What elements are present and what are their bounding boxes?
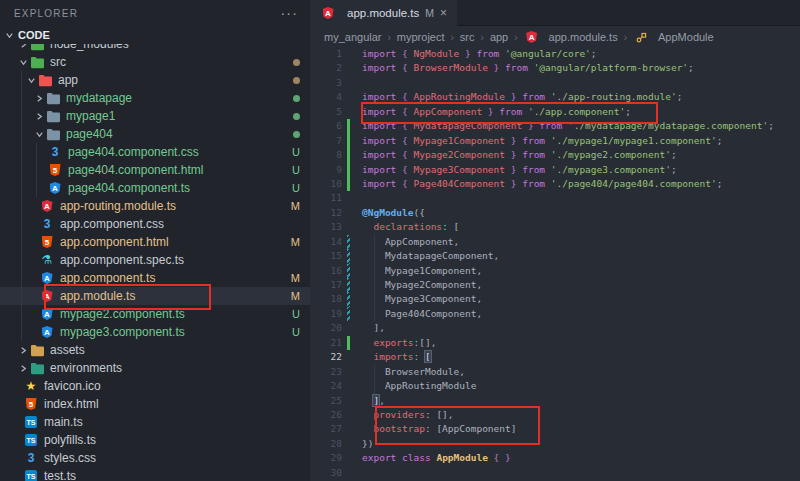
tree-item-page404-component-css[interactable]: 3page404.component.cssU <box>0 143 310 161</box>
tab-app-module-ts[interactable]: A app.module.ts M × <box>310 0 457 26</box>
breadcrumb-label: app.module.ts <box>549 31 618 43</box>
code-line[interactable]: 15 MydatapageComponent, <box>310 249 800 263</box>
chevron-down-icon[interactable] <box>3 29 15 41</box>
code-line-text: ], <box>350 321 385 335</box>
tree-item-assets[interactable]: assets <box>0 341 310 359</box>
tree-item-page404-component-ts[interactable]: Apage404.component.tsU <box>0 179 310 197</box>
code-line[interactable]: 11 <box>310 191 800 205</box>
code-line[interactable]: 8import { Mypage2Component } from './myp… <box>310 148 800 162</box>
typescript-icon: TS <box>23 433 39 447</box>
code-line[interactable]: 19 Page404Component, <box>310 307 800 321</box>
tab-bar: A app.module.ts M × <box>310 0 800 26</box>
breadcrumb-item-appmodule[interactable]: AppModule <box>633 30 714 44</box>
line-number: 7 <box>310 134 342 148</box>
code-line[interactable]: 2import { BrowserModule } from '@angular… <box>310 61 800 75</box>
angular-icon: A <box>39 325 55 339</box>
breadcrumb-item-app-module-ts[interactable]: Aapp.module.ts <box>524 30 618 44</box>
tree-item-test-ts[interactable]: TStest.ts <box>0 467 310 481</box>
git-status-badge: M <box>291 233 300 251</box>
tree-item-app[interactable]: app <box>0 71 310 89</box>
code-line-text: BrowserModule, <box>350 365 465 379</box>
code-line[interactable]: 3 <box>310 76 800 90</box>
tree-item-app-component-ts[interactable]: Aapp.component.tsM <box>0 269 310 287</box>
code-line[interactable]: 24 AppRoutingModule <box>310 379 800 393</box>
chevron-right-icon[interactable] <box>33 110 45 122</box>
breadcrumb-label: src <box>460 31 475 43</box>
code-line[interactable]: 14 AppComponent, <box>310 235 800 249</box>
tree-item-app-component-html[interactable]: 5app.component.htmlM <box>0 233 310 251</box>
chevron-right-icon[interactable] <box>17 344 29 356</box>
tree-item-page404-component-html[interactable]: 5page404.component.htmlU <box>0 161 310 179</box>
breadcrumb-item-app[interactable]: app <box>490 31 508 43</box>
code-line-text: import { Page404Component } from './page… <box>350 177 722 191</box>
tree-item-environments[interactable]: environments <box>0 359 310 377</box>
code-line[interactable]: 16 Mypage1Component, <box>310 264 800 278</box>
code-line[interactable]: 13 declarations: [ <box>310 220 800 234</box>
tree-item-app-module-ts[interactable]: Aapp.module.tsM <box>0 287 310 305</box>
code-line[interactable]: 22 imports: [ <box>310 350 800 364</box>
folder-icon <box>29 55 45 69</box>
section-header-code[interactable]: CODE <box>0 26 310 44</box>
tree-item-node-modules[interactable]: node_modules <box>0 44 310 53</box>
code-line-text: import { AppRoutingModule } from './app-… <box>350 90 682 104</box>
tree-item-styles-css[interactable]: 3styles.css <box>0 449 310 467</box>
chevron-down-icon[interactable] <box>17 56 29 68</box>
ellipsis-icon[interactable]: ··· <box>280 8 298 18</box>
code-line[interactable]: 30 <box>310 466 800 480</box>
code-line[interactable]: 18 Mypage3Component, <box>310 292 800 306</box>
close-icon[interactable]: × <box>440 6 447 20</box>
code-line[interactable]: 17 Mypage2Component, <box>310 278 800 292</box>
code-line[interactable]: 9import { Mypage3Component } from './myp… <box>310 163 800 177</box>
tree-item-index-html[interactable]: 5index.html <box>0 395 310 413</box>
chevron-right-icon[interactable] <box>17 362 29 374</box>
tree-item-app-component-css[interactable]: 3app.component.css <box>0 215 310 233</box>
breadcrumb-item-src[interactable]: src <box>460 31 475 43</box>
code-line-text: exports:[], <box>350 336 436 350</box>
tree-item-src[interactable]: src <box>0 53 310 71</box>
code-line[interactable]: 7import { Mypage1Component } from './myp… <box>310 134 800 148</box>
tree-item-mypage2-component-ts[interactable]: Amypage2.component.tsU <box>0 305 310 323</box>
line-number: 5 <box>310 105 342 119</box>
code-line[interactable]: 12@NgModule({ <box>310 206 800 220</box>
chevron-down-icon[interactable] <box>25 74 37 86</box>
folder-icon <box>45 127 61 141</box>
code-line[interactable]: 4import { AppRoutingModule } from './app… <box>310 90 800 104</box>
git-status-dot <box>293 53 300 71</box>
indent-guide <box>374 264 375 278</box>
code-area[interactable]: 1import { NgModule } from '@angular/core… <box>310 47 800 481</box>
tree-item-main-ts[interactable]: TSmain.ts <box>0 413 310 431</box>
code-line[interactable]: 28}) <box>310 437 800 451</box>
tree-item-polyfills-ts[interactable]: TSpolyfills.ts <box>0 431 310 449</box>
code-line[interactable]: 25 ], <box>310 394 800 408</box>
tree-item-mypage3-component-ts[interactable]: Amypage3.component.tsU <box>0 323 310 341</box>
chevron-right-icon[interactable] <box>33 92 45 104</box>
code-line[interactable]: 21 exports:[], <box>310 336 800 350</box>
tree-item-page404[interactable]: page404 <box>0 125 310 143</box>
code-line[interactable]: 1import { NgModule } from '@angular/core… <box>310 47 800 61</box>
line-number: 6 <box>310 119 342 133</box>
code-line[interactable]: 20 ], <box>310 321 800 335</box>
code-line[interactable]: 6import { MydatapageComponent } from './… <box>310 119 800 133</box>
tree-item-mypage1[interactable]: mypage1 <box>0 107 310 125</box>
code-line-text: declarations: [ <box>350 220 459 234</box>
tree-item-favicon-ico[interactable]: ★favicon.ico <box>0 377 310 395</box>
chevron-down-icon[interactable] <box>33 128 45 140</box>
code-line[interactable]: 23 BrowserModule, <box>310 365 800 379</box>
tree-item-label: page404.component.ts <box>68 181 190 195</box>
code-line[interactable]: 27 bootstrap: [AppComponent] <box>310 422 800 436</box>
tree-item-app-routing-module-ts[interactable]: Aapp-routing.module.tsM <box>0 197 310 215</box>
code-line[interactable]: 26 providers: [], <box>310 408 800 422</box>
tree-item-app-component-spec-ts[interactable]: ⚗app.component.spec.ts <box>0 251 310 269</box>
breadcrumb-item-myproject[interactable]: myproject <box>397 31 445 43</box>
tree-item-label: app.component.ts <box>60 271 155 285</box>
chevron-right-icon[interactable] <box>17 44 29 50</box>
line-number: 17 <box>310 278 342 292</box>
code-line[interactable]: 5import { AppComponent } from './app.com… <box>310 105 800 119</box>
code-line[interactable]: 10import { Page404Component } from './pa… <box>310 177 800 191</box>
breadcrumb-item-my-angular[interactable]: my_angular <box>324 31 381 43</box>
file-tree: node_modulessrcappmydatapagemypage1page4… <box>0 44 310 481</box>
code-line[interactable]: 29export class AppModule { } <box>310 451 800 465</box>
angular-icon: A <box>39 199 55 213</box>
tree-item-mydatapage[interactable]: mydatapage <box>0 89 310 107</box>
chevron-right-icon: › <box>624 32 627 43</box>
